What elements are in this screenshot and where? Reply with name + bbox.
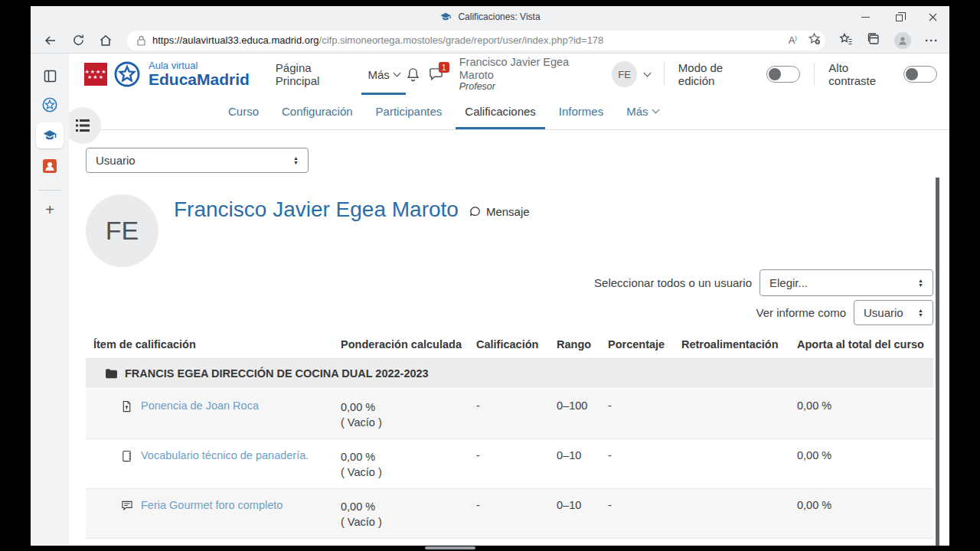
- chevron-down-icon: [652, 106, 659, 114]
- back-button[interactable]: [43, 33, 58, 48]
- messages-icon[interactable]: 1: [428, 67, 444, 82]
- col-header: Rango: [557, 338, 608, 350]
- madrid-flag-logo: ★★★★★★★: [84, 63, 107, 86]
- nav-mas[interactable]: Más: [361, 56, 405, 95]
- tab-label: Más: [626, 105, 648, 118]
- screen: Calificaciones: Vista: [0, 0, 980, 551]
- plus-icon: +: [45, 202, 54, 217]
- tab-moodle-active[interactable]: [36, 122, 64, 148]
- table-row: Vocabulario técnico de panadería. 0,00 %…: [86, 439, 933, 489]
- lock-icon[interactable]: [136, 35, 146, 46]
- message-link[interactable]: Mensaje: [469, 205, 530, 218]
- edit-mode-toggle[interactable]: [766, 66, 800, 83]
- active-tab-title: Calificaciones: Vista: [439, 11, 540, 23]
- tab-curso[interactable]: Curso: [219, 95, 268, 129]
- url-domain: https://aulavirtual33.educa.madrid.org: [152, 34, 319, 46]
- grade-cell: -: [476, 449, 557, 461]
- view-as-value: Usuario: [864, 306, 903, 319]
- tab-label: Participantes: [376, 105, 443, 118]
- report-type-value: Usuario: [96, 154, 136, 167]
- moodle-page: ★★★★★★★ Aula virtual EducaMadrid Página …: [69, 54, 949, 545]
- tab-participantes[interactable]: Participantes: [367, 95, 452, 129]
- divider: [664, 63, 665, 86]
- weight-cell: 0,00 % ( Vacío ): [341, 449, 476, 480]
- select-user-value: Elegir...: [769, 276, 808, 289]
- minimize-button[interactable]: [848, 6, 882, 28]
- select-user-dropdown[interactable]: Elegir... ▲▼: [760, 269, 933, 296]
- total-cell: 0,00 %: [797, 499, 933, 511]
- total-cell: 0,00 %: [797, 449, 933, 461]
- contrast-toggle[interactable]: [903, 66, 937, 83]
- profile-header: FE Francisco Javier Egea Maroto Mensaje: [86, 194, 933, 267]
- category-row: FRANCIS EGEA DIRECCIÓN DE COCINA DUAL 20…: [86, 359, 933, 390]
- grade-item-link[interactable]: Vocabulario técnico de panadería.: [141, 449, 309, 461]
- vertical-tabs-sidebar: +: [31, 54, 69, 545]
- range-cell: 0–100: [557, 399, 608, 412]
- home-button[interactable]: [98, 33, 113, 48]
- nav-label: Página Principal: [276, 61, 356, 87]
- url-path: /cifp.simoneortega.mostoles/grade/report…: [319, 34, 604, 46]
- profile-avatar[interactable]: FE: [86, 194, 158, 267]
- vertical-scrollbar[interactable]: [936, 178, 939, 546]
- add-favorite-icon[interactable]: [808, 32, 821, 48]
- site-brand[interactable]: ★★★★★★★ Aula virtual EducaMadrid: [84, 60, 250, 89]
- favorites-icon[interactable]: [839, 32, 853, 49]
- browser-profile-avatar[interactable]: [894, 32, 911, 49]
- select-arrows-icon: ▲▼: [918, 279, 923, 288]
- profile-name: Francisco Javier Egea Maroto: [174, 197, 459, 222]
- close-button[interactable]: [916, 6, 949, 28]
- course-index-drawer-toggle[interactable]: [69, 107, 101, 144]
- tab-orange-site[interactable]: [37, 155, 63, 178]
- col-header: Aporta al total del curso: [797, 338, 933, 350]
- message-link-label: Mensaje: [486, 205, 530, 218]
- divider: [814, 63, 815, 86]
- course-nav: Curso Configuración Participantes Califi…: [69, 95, 949, 130]
- tab-label: Configuración: [282, 105, 353, 118]
- sidebar-divider: [38, 190, 61, 191]
- logged-user-role: Profesor: [459, 81, 603, 92]
- browser-toolbar: https://aulavirtual33.educa.madrid.org/c…: [31, 28, 949, 54]
- browser-window: Calificaciones: Vista: [31, 6, 949, 546]
- report-type-select[interactable]: Usuario ▲▼: [86, 148, 309, 173]
- percentage-cell: -: [608, 399, 681, 412]
- tab-mas[interactable]: Más: [617, 95, 667, 129]
- tab-informes[interactable]: Informes: [550, 95, 612, 129]
- range-cell: 0–10: [557, 499, 608, 511]
- grade-item-link[interactable]: Feria Gourmet foro completo: [141, 499, 283, 511]
- total-cell: 0,00 %: [797, 399, 933, 412]
- notifications-bell-icon[interactable]: [406, 67, 420, 82]
- user-menu-chevron-icon[interactable]: [644, 70, 652, 77]
- contrast-label: Alto contraste: [828, 61, 896, 87]
- nav-pagina-principal[interactable]: Página Principal: [270, 56, 362, 95]
- logged-user-block: Francisco Javier Egea Maroto Profesor: [459, 56, 603, 93]
- percentage-cell: -: [608, 499, 681, 511]
- chevron-down-icon: [393, 70, 400, 77]
- new-tab-button[interactable]: +: [37, 198, 63, 221]
- tab-configuracion[interactable]: Configuración: [273, 95, 362, 129]
- tab-educamadrid-icon[interactable]: [37, 93, 63, 116]
- col-header: Ponderación calculada: [341, 338, 476, 350]
- grade-item-link[interactable]: Ponencia de Joan Roca: [141, 399, 259, 412]
- user-avatar[interactable]: FE: [612, 61, 637, 87]
- educamadrid-logo-icon: [113, 60, 142, 89]
- table-row: Ponencia de Joan Roca 0,00 % ( Vacío ) -…: [86, 390, 933, 439]
- read-aloud-icon[interactable]: A): [789, 34, 797, 46]
- tab-label: Curso: [228, 105, 259, 118]
- restore-button[interactable]: [882, 6, 916, 28]
- tab-pane-toggle[interactable]: [37, 64, 63, 87]
- col-header: Ítem de calificación: [86, 338, 341, 350]
- horizontal-scrollbar[interactable]: [425, 546, 475, 549]
- collections-icon[interactable]: [867, 32, 880, 49]
- titlebar: Calificaciones: Vista: [31, 6, 949, 28]
- main-nav: Página Principal Más: [270, 54, 406, 95]
- forum-icon: [121, 500, 134, 513]
- view-as-dropdown[interactable]: Usuario ▲▼: [854, 300, 933, 325]
- logged-user-name: Francisco Javier Egea Maroto: [459, 56, 603, 81]
- refresh-button[interactable]: [70, 33, 86, 48]
- tab-calificaciones[interactable]: Calificaciones: [456, 95, 545, 129]
- tab-label: Calificaciones: [465, 105, 536, 118]
- address-bar[interactable]: https://aulavirtual33.educa.madrid.org/c…: [127, 31, 825, 51]
- browser-menu-icon[interactable]: ···: [925, 34, 939, 47]
- range-cell: 0–10: [557, 449, 608, 461]
- tab-label: Informes: [559, 105, 603, 118]
